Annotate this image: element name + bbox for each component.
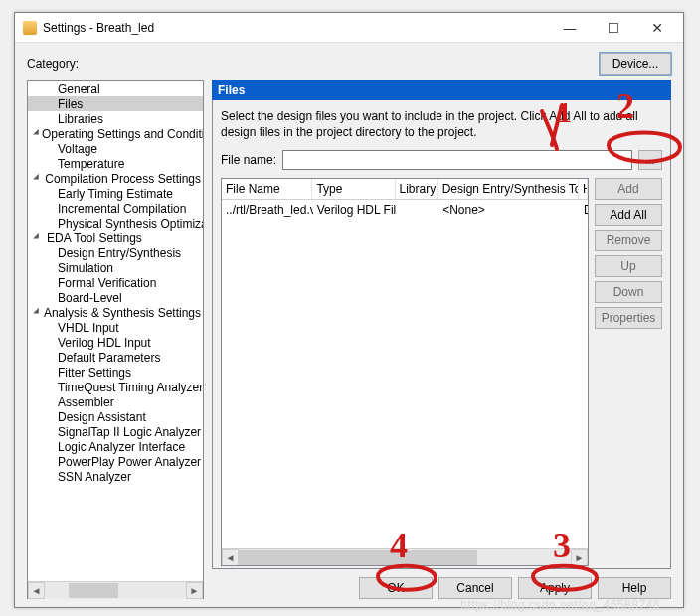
chevron-down-icon[interactable]: [34, 174, 41, 183]
col-h[interactable]: H: [579, 179, 588, 199]
tree-item[interactable]: Early Timing Estimate: [28, 186, 203, 201]
tree-item[interactable]: Simulation: [28, 260, 203, 275]
help-button[interactable]: Help: [598, 577, 671, 599]
scroll-left-icon[interactable]: ◄: [222, 549, 239, 566]
tree-item[interactable]: Formal Verification: [28, 275, 203, 290]
scroll-left-icon[interactable]: ◄: [28, 582, 45, 599]
tree-item[interactable]: PowerPlay Power Analyzer Settings: [28, 454, 203, 469]
cell-de: <None>: [438, 200, 580, 220]
tree-item-label: Incremental Compilation: [58, 202, 186, 216]
tree-item[interactable]: Design Assistant: [28, 409, 203, 424]
app-icon: [23, 21, 37, 35]
tree-item-label: Fitter Settings: [58, 366, 131, 380]
tree-item[interactable]: Verilog HDL Input: [28, 335, 203, 350]
scroll-track[interactable]: [239, 549, 571, 565]
browse-button[interactable]: ...: [638, 150, 662, 170]
tree-item[interactable]: Board-Level: [28, 290, 203, 305]
tree-item[interactable]: Voltage: [28, 141, 203, 156]
tree-item[interactable]: Default Parameters: [28, 350, 203, 365]
table-header: File Name Type Library Design Entry/Synt…: [222, 179, 588, 200]
files-table: File Name Type Library Design Entry/Synt…: [221, 178, 589, 566]
col-filename[interactable]: File Name: [222, 179, 312, 199]
ok-button[interactable]: OK: [359, 577, 433, 599]
scroll-track[interactable]: [45, 582, 186, 599]
tree-item[interactable]: Libraries: [28, 111, 203, 126]
scroll-thumb[interactable]: [69, 583, 118, 598]
tree-item[interactable]: VHDL Input: [28, 320, 203, 335]
table-scrollbar[interactable]: ◄ ►: [222, 548, 588, 565]
content-area: Category: Device... GeneralFilesLibrarie…: [15, 43, 683, 607]
tree-item[interactable]: Physical Synthesis Optimization: [28, 216, 203, 231]
cell-type: Verilog HDL File: [313, 200, 396, 220]
tree-scrollbar[interactable]: ◄ ►: [28, 581, 203, 598]
settings-window: Settings - Breath_led — ☐ ✕ Category: De…: [14, 12, 684, 608]
scroll-right-icon[interactable]: ►: [571, 549, 588, 566]
col-type[interactable]: Type: [312, 179, 395, 199]
tree-item[interactable]: TimeQuest Timing Analyzer: [28, 380, 203, 394]
side-buttons: Add Add All Remove Up Down Properties: [595, 178, 662, 566]
tree-item-label: Physical Synthesis Optimization: [58, 217, 203, 231]
tree-list[interactable]: GeneralFilesLibrariesOperating Settings …: [28, 81, 203, 581]
remove-button[interactable]: Remove: [595, 230, 662, 251]
category-tree: GeneralFilesLibrariesOperating Settings …: [27, 80, 204, 599]
tree-item[interactable]: Analysis & Synthesis Settings: [28, 305, 203, 320]
scroll-right-icon[interactable]: ►: [186, 582, 203, 599]
tree-item[interactable]: SignalTap II Logic Analyzer: [28, 424, 203, 439]
tree-item[interactable]: General: [28, 81, 203, 96]
tree-item[interactable]: Compilation Process Settings: [28, 171, 203, 186]
tree-item-label: Design Assistant: [58, 410, 146, 424]
filename-input[interactable]: [282, 150, 632, 170]
tree-item-label: Files: [58, 97, 83, 111]
col-design-entry[interactable]: Design Entry/Synthesis Tool: [438, 179, 579, 199]
apply-button[interactable]: Apply: [518, 577, 592, 599]
tree-item-label: VHDL Input: [58, 321, 119, 335]
device-button[interactable]: Device...: [600, 53, 671, 75]
category-label: Category:: [27, 57, 79, 71]
table-area: File Name Type Library Design Entry/Synt…: [221, 178, 662, 566]
tree-item[interactable]: Temperature: [28, 156, 203, 171]
tree-item-label: EDA Tool Settings: [47, 231, 142, 245]
panel-header: Files: [212, 80, 671, 100]
add-button[interactable]: Add: [595, 178, 662, 200]
minimize-button[interactable]: —: [548, 14, 592, 42]
scroll-thumb[interactable]: [239, 550, 477, 565]
filename-row: File name: ...: [221, 150, 662, 170]
tree-item[interactable]: Logic Analyzer Interface: [28, 439, 203, 454]
tree-item-label: Logic Analyzer Interface: [58, 440, 185, 454]
tree-item[interactable]: Files: [28, 96, 203, 111]
tree-item-label: Simulation: [58, 261, 113, 275]
cell-lib: [396, 200, 438, 220]
tree-item[interactable]: Design Entry/Synthesis: [28, 245, 203, 260]
tree-item-label: Verilog HDL Input: [58, 336, 151, 350]
tree-item[interactable]: Fitter Settings: [28, 365, 203, 380]
tree-item-label: Temperature: [58, 157, 124, 171]
tree-item-label: Analysis & Synthesis Settings: [44, 306, 201, 320]
tree-item[interactable]: Incremental Compilation: [28, 201, 203, 216]
col-library[interactable]: Library: [396, 179, 438, 199]
tree-item-label: Default Parameters: [58, 351, 160, 365]
tree-item[interactable]: SSN Analyzer: [28, 469, 203, 484]
maximize-button[interactable]: ☐: [592, 14, 635, 42]
cell-fn: ../rtl/Breath_led.v: [222, 200, 313, 220]
chevron-down-icon[interactable]: [34, 129, 38, 138]
tree-item-label: Early Timing Estimate: [58, 187, 173, 201]
cancel-button[interactable]: Cancel: [438, 577, 512, 599]
tree-item-label: SignalTap II Logic Analyzer: [58, 425, 201, 439]
table-body[interactable]: ../rtl/Breath_led.vVerilog HDL File<None…: [222, 200, 588, 548]
tree-item[interactable]: EDA Tool Settings: [28, 231, 203, 245]
tree-item[interactable]: Assembler: [28, 394, 203, 409]
add-all-button[interactable]: Add All: [595, 204, 662, 226]
tree-item-label: Formal Verification: [58, 276, 156, 290]
chevron-down-icon[interactable]: [34, 308, 40, 317]
up-button[interactable]: Up: [595, 255, 662, 277]
tree-item[interactable]: Operating Settings and Conditions: [28, 126, 203, 141]
table-row[interactable]: ../rtl/Breath_led.vVerilog HDL File<None…: [222, 200, 588, 220]
chevron-down-icon[interactable]: [34, 233, 43, 242]
right-panel: Files Select the design files you want t…: [212, 80, 671, 599]
close-button[interactable]: ✕: [635, 14, 679, 42]
files-panel: Select the design files you want to incl…: [212, 100, 671, 569]
properties-button[interactable]: Properties: [595, 307, 662, 329]
down-button[interactable]: Down: [595, 281, 662, 303]
filename-label: File name:: [221, 153, 276, 167]
tree-item-label: Operating Settings and Conditions: [42, 127, 203, 141]
